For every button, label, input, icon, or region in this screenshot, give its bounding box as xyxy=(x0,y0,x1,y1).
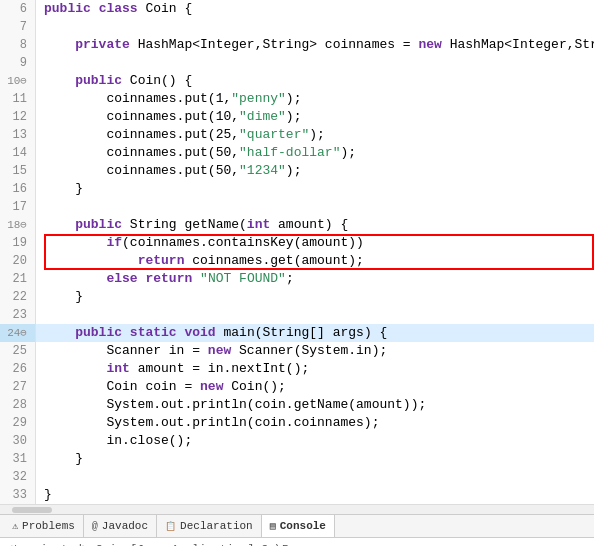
tab-javadoc[interactable]: @ Javadoc xyxy=(84,515,157,537)
line-number: 23 xyxy=(0,306,36,324)
code-line: 26 int amount = in.nextInt(); xyxy=(0,360,594,378)
javadoc-icon: @ xyxy=(92,521,98,532)
code-line: 33 } xyxy=(0,486,594,504)
line-content: Coin coin = new Coin(); xyxy=(36,378,594,396)
line-content: } xyxy=(36,486,594,504)
code-line: 17 xyxy=(0,198,594,216)
line-content: public class Coin { xyxy=(36,0,594,18)
tab-declaration-label: Declaration xyxy=(180,520,253,532)
code-editor[interactable]: 6 public class Coin { 7 8 private HashMa… xyxy=(0,0,594,504)
line-content: System.out.println(coin.getName(amount))… xyxy=(36,396,594,414)
tab-javadoc-label: Javadoc xyxy=(102,520,148,532)
line-number: 21 xyxy=(0,270,36,288)
code-line: 27 Coin coin = new Coin(); xyxy=(0,378,594,396)
line-content: } xyxy=(36,450,594,468)
console-icon: ▤ xyxy=(270,520,276,532)
scrollbar-thumb[interactable] xyxy=(12,507,52,513)
line-number: 25 xyxy=(0,342,36,360)
line-number: 11 xyxy=(0,90,36,108)
line-number: 30 xyxy=(0,432,36,450)
line-content: public String getName(int amount) { xyxy=(36,216,594,234)
line-number: 8 xyxy=(0,36,36,54)
line-content: coinnames.put(25,"quarter"); xyxy=(36,126,594,144)
line-number: 27 xyxy=(0,378,36,396)
line-number: 33 xyxy=(0,486,36,504)
line-content: Scanner in = new Scanner(System.in); xyxy=(36,342,594,360)
line-number: 17 xyxy=(0,198,36,216)
line-number: 7 xyxy=(0,18,36,36)
code-line: 14 coinnames.put(50,"half-dollar"); xyxy=(0,144,594,162)
code-line: 23 xyxy=(0,306,594,324)
line-content: coinnames.put(10,"dime"); xyxy=(36,108,594,126)
horizontal-scrollbar[interactable] xyxy=(0,504,594,514)
line-number: 26 xyxy=(0,360,36,378)
tabs-bar: ⚠ Problems @ Javadoc 📋 Declaration ▤ Con… xyxy=(0,514,594,538)
code-line: 31 } xyxy=(0,450,594,468)
line-number: 22 xyxy=(0,288,36,306)
line-content xyxy=(36,306,594,324)
code-line: 32 xyxy=(0,468,594,486)
line-content: else return "NOT FOUND"; xyxy=(36,270,594,288)
line-number: 29 xyxy=(0,414,36,432)
code-line: 9 xyxy=(0,54,594,72)
line-content xyxy=(36,54,594,72)
line-number: 28 xyxy=(0,396,36,414)
line-number: 14 xyxy=(0,144,36,162)
line-content xyxy=(36,198,594,216)
line-content: public Coin() { xyxy=(36,72,594,90)
line-number: 16 xyxy=(0,180,36,198)
code-line: 13 coinnames.put(25,"quarter"); xyxy=(0,126,594,144)
code-line: 25 Scanner in = new Scanner(System.in); xyxy=(0,342,594,360)
line-number: 32 xyxy=(0,468,36,486)
line-number: 18⊖ xyxy=(0,216,36,234)
code-line: 22 } xyxy=(0,288,594,306)
console-panel: <terminated> Coin [Java Application] C:\… xyxy=(0,538,594,546)
code-line: 21 else return "NOT FOUND"; xyxy=(0,270,594,288)
line-content xyxy=(36,468,594,486)
console-terminated-line: <terminated> Coin [Java Application] C:\… xyxy=(6,540,588,546)
line-content: in.close(); xyxy=(36,432,594,450)
line-number: 12 xyxy=(0,108,36,126)
line-content: public static void main(String[] args) { xyxy=(36,324,594,342)
line-content: } xyxy=(36,180,594,198)
line-number: 15 xyxy=(0,162,36,180)
line-content: coinnames.put(1,"penny"); xyxy=(36,90,594,108)
code-line: 11 coinnames.put(1,"penny"); xyxy=(0,90,594,108)
line-content: if(coinnames.containsKey(amount)) xyxy=(36,234,594,252)
tab-problems-label: Problems xyxy=(22,520,75,532)
line-content: int amount = in.nextInt(); xyxy=(36,360,594,378)
line-number: 24⊖ xyxy=(0,324,36,342)
code-line: 24⊖ public static void main(String[] arg… xyxy=(0,324,594,342)
problems-icon: ⚠ xyxy=(12,520,18,532)
code-line: 18⊖ public String getName(int amount) { xyxy=(0,216,594,234)
line-content: System.out.println(coin.coinnames); xyxy=(36,414,594,432)
tab-problems[interactable]: ⚠ Problems xyxy=(4,515,84,537)
code-line: 20 return coinnames.get(amount); xyxy=(0,252,594,270)
line-number: 31 xyxy=(0,450,36,468)
line-content: return coinnames.get(amount); xyxy=(36,252,594,270)
code-line: 16 } xyxy=(0,180,594,198)
line-number: 20 xyxy=(0,252,36,270)
code-line: 6 public class Coin { xyxy=(0,0,594,18)
line-content: coinnames.put(50,"half-dollar"); xyxy=(36,144,594,162)
tab-console-label: Console xyxy=(280,520,326,532)
code-line: 15 coinnames.put(50,"1234"); xyxy=(0,162,594,180)
line-number: 13 xyxy=(0,126,36,144)
code-line: 29 System.out.println(coin.coinnames); xyxy=(0,414,594,432)
tab-console[interactable]: ▤ Console xyxy=(262,515,335,537)
terminated-text: <terminated> Coin [Java Application] C:\… xyxy=(6,542,359,546)
line-number: 19 xyxy=(0,234,36,252)
code-line: 28 System.out.println(coin.getName(amoun… xyxy=(0,396,594,414)
line-number: 6 xyxy=(0,0,36,18)
code-line: 10⊖ public Coin() { xyxy=(0,72,594,90)
tab-declaration[interactable]: 📋 Declaration xyxy=(157,515,262,537)
line-content: private HashMap<Integer,String> coinname… xyxy=(36,36,594,54)
declaration-icon: 📋 xyxy=(165,521,176,532)
code-line: 7 xyxy=(0,18,594,36)
code-line: 19 if(coinnames.containsKey(amount)) xyxy=(0,234,594,252)
line-content: } xyxy=(36,288,594,306)
line-content xyxy=(36,18,594,36)
line-content: coinnames.put(50,"1234"); xyxy=(36,162,594,180)
code-line: 30 in.close(); xyxy=(0,432,594,450)
line-number: 9 xyxy=(0,54,36,72)
